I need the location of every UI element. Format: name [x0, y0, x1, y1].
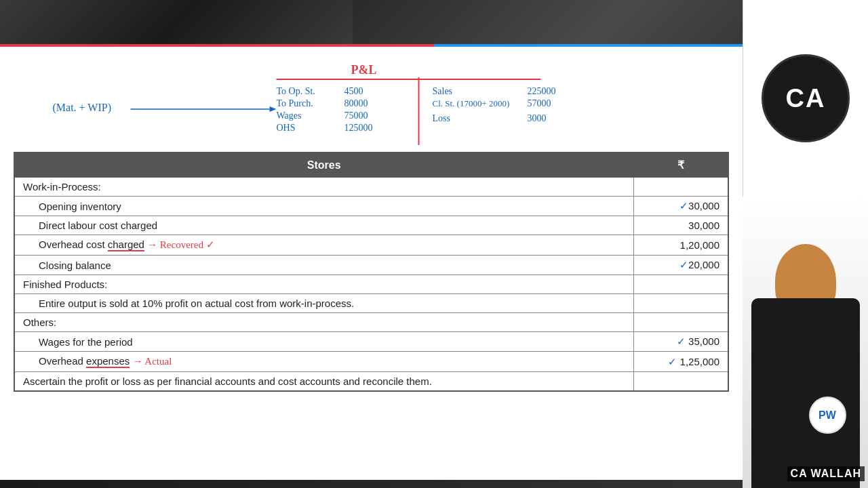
recovered-annotation: → Recovered ✓: [147, 239, 215, 250]
ascertain-amount: [633, 372, 728, 392]
section-wip: Work-in-Process:: [14, 178, 728, 197]
overhead-cost-label: Overhead cost charged → Recovered ✓: [14, 235, 633, 256]
section-others-label: Others:: [14, 313, 633, 332]
row-direct-labour: Direct labour cost charged 30,000: [14, 216, 728, 235]
svg-marker-19: [270, 106, 277, 112]
svg-text:To Purch.: To Purch.: [277, 98, 313, 108]
tick-opening: ✓: [679, 200, 688, 211]
wages-amount: ✓ 35,000: [633, 332, 728, 352]
overhead-cost-amount: 1,20,000: [633, 235, 728, 256]
main-table: Stores ₹ Work-in-Process: Opening invent…: [14, 152, 729, 392]
col-header-amount: ₹: [633, 152, 728, 178]
svg-text:125000: 125000: [344, 123, 373, 133]
overhead-expenses-label: Overhead expenses → Actual: [14, 352, 633, 372]
svg-text:(Mat. + WIP): (Mat. + WIP): [53, 102, 112, 114]
charged-underline: charged: [108, 239, 144, 251]
row-wages: Wages for the period ✓ 35,000: [14, 332, 728, 352]
instructor-figure: PW: [745, 217, 867, 488]
ca-logo-circle: CA: [762, 54, 850, 142]
tick-wages: ✓: [677, 336, 686, 347]
svg-text:225000: 225000: [528, 86, 556, 96]
tick-closing: ✓: [679, 259, 688, 270]
row-opening-inventory: Opening inventory ✓30,000: [14, 197, 728, 216]
direct-labour-label: Direct labour cost charged: [14, 216, 633, 235]
section-others-amount: [633, 313, 728, 332]
top-bar: [0, 0, 868, 44]
direct-labour-amount: 30,000: [633, 216, 728, 235]
right-panel: CA PW CA WALLAH: [743, 0, 868, 488]
bottom-bar: [0, 480, 743, 488]
section-others: Others:: [14, 313, 728, 332]
section-finished-label: Finished Products:: [14, 275, 633, 294]
overhead-expenses-amount: ✓ 1,25,000: [633, 352, 728, 372]
svg-text:Cl. St. (17000+ 2000): Cl. St. (17000+ 2000): [433, 98, 510, 108]
section-wip-amount: [633, 178, 728, 197]
ascertain-label: Ascertain the profit or loss as per fina…: [14, 372, 633, 392]
expenses-underline: expenses: [86, 355, 130, 368]
svg-text:80000: 80000: [344, 98, 368, 108]
closing-balance-label: Closing balance: [14, 256, 633, 275]
svg-text:To Op. St.: To Op. St.: [277, 86, 315, 96]
opening-inventory-amount: ✓30,000: [633, 197, 728, 216]
wages-label: Wages for the period: [14, 332, 633, 352]
top-bar-left: [0, 0, 353, 44]
ca-logo-text: CA: [786, 84, 826, 113]
entire-output-label: Entire output is sold at 10% profit on a…: [14, 294, 633, 313]
closing-balance-amount: ✓20,000: [633, 256, 728, 275]
svg-text:Loss: Loss: [433, 113, 450, 123]
row-overhead-expenses: Overhead expenses → Actual ✓ 1,25,000: [14, 352, 728, 372]
svg-text:Wages: Wages: [277, 110, 302, 121]
entire-output-amount: [633, 294, 728, 313]
svg-text:P&L: P&L: [351, 63, 377, 77]
actual-annotation: → Actual: [132, 356, 172, 367]
row-closing-balance: Closing balance ✓20,000: [14, 256, 728, 275]
svg-text:Sales: Sales: [433, 86, 453, 96]
svg-text:OHS: OHS: [277, 123, 296, 133]
col-header-stores: Stores: [14, 152, 633, 178]
ca-wallah-label: CA WALLAH: [787, 466, 865, 481]
diagram-area: (Mat. + WIP) P&L To Op. St. To Purch. Wa…: [14, 54, 729, 148]
tick-overhead: ✓: [668, 356, 677, 367]
section-finished: Finished Products:: [14, 275, 728, 294]
main-content: (Mat. + WIP) P&L To Op. St. To Purch. Wa…: [0, 47, 743, 488]
svg-text:57000: 57000: [528, 98, 551, 108]
section-finished-amount: [633, 275, 728, 294]
row-entire-output: Entire output is sold at 10% profit on a…: [14, 294, 728, 313]
opening-inventory-label: Opening inventory: [14, 197, 633, 216]
instructor-shirt: PW: [751, 298, 860, 488]
svg-text:3000: 3000: [528, 113, 547, 123]
svg-text:4500: 4500: [344, 86, 363, 96]
svg-text:75000: 75000: [344, 110, 368, 121]
instructor-area: PW CA WALLAH: [743, 197, 868, 488]
pw-logo: PW: [809, 396, 846, 434]
row-overhead-cost: Overhead cost charged → Recovered ✓ 1,20…: [14, 235, 728, 256]
row-ascertain: Ascertain the profit or loss as per fina…: [14, 372, 728, 392]
section-wip-label: Work-in-Process:: [14, 178, 633, 197]
